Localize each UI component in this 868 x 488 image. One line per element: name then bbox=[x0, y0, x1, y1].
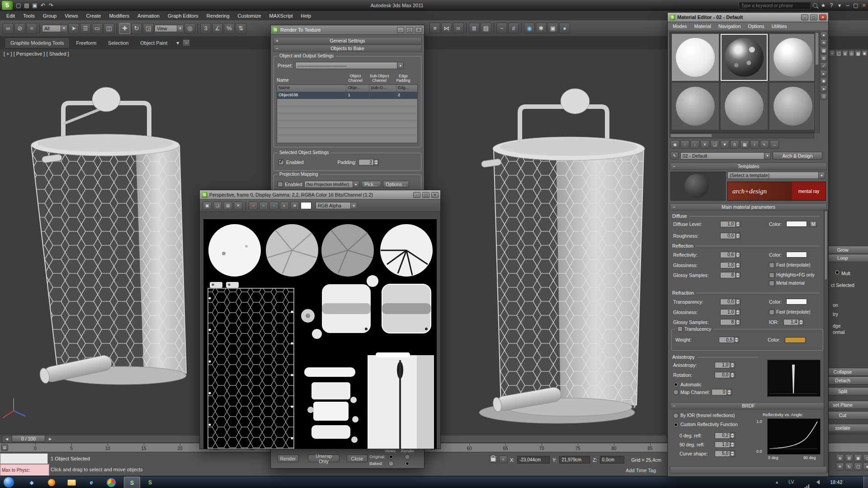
selection-filter-dropdown[interactable]: All▾ bbox=[42, 25, 67, 32]
display-tab-icon[interactable]: ▦ bbox=[855, 50, 861, 57]
transparency-spinner[interactable]: 0,0 bbox=[720, 299, 741, 305]
refraction-color-swatch[interactable] bbox=[786, 299, 807, 305]
projection-modifier-dropdown[interactable]: (No Projection Modifier)▾ bbox=[304, 181, 359, 188]
original-views-radio[interactable] bbox=[388, 454, 394, 460]
me-menu-item[interactable]: Modes bbox=[670, 23, 690, 29]
header-object-channel[interactable]: Obje... bbox=[346, 85, 369, 92]
layer-manager-icon[interactable]: ≣ bbox=[469, 23, 480, 33]
detach-button[interactable]: Detach bbox=[828, 376, 868, 385]
curve-editor-icon[interactable]: ~ bbox=[496, 23, 507, 33]
menu-item[interactable]: Views bbox=[61, 12, 81, 19]
create-tab-icon[interactable]: + bbox=[829, 50, 835, 57]
frame-window-titlebar[interactable]: S Perspective, frame 0, Display Gamma: 2… bbox=[200, 190, 440, 200]
reflection-glossiness-spinner[interactable]: 1,0 bbox=[720, 262, 741, 268]
selection-lock-icon[interactable] bbox=[489, 455, 497, 463]
language-indicator[interactable]: LV bbox=[788, 479, 794, 484]
grow-button[interactable]: Grow bbox=[828, 246, 868, 254]
material-name-dropdown[interactable]: 02 - Default▾ bbox=[680, 152, 771, 160]
sample-h-scrollbar[interactable] bbox=[670, 133, 814, 138]
isolate-icon[interactable]: ● bbox=[863, 463, 868, 470]
maximize-viewport-icon[interactable]: ▢ bbox=[854, 463, 862, 470]
start-button[interactable] bbox=[4, 477, 14, 488]
padding-spinner[interactable]: 2 bbox=[359, 159, 379, 165]
main-params-rollout[interactable]: −Main material parameters bbox=[670, 203, 827, 211]
zoom-all-icon[interactable]: ⊞ bbox=[845, 454, 853, 462]
window-close-button[interactable]: ✕ bbox=[860, 1, 868, 9]
go-to-sibling-icon[interactable]: → bbox=[770, 140, 779, 149]
frame-minimize-button[interactable]: – bbox=[413, 192, 420, 198]
video-color-check-icon[interactable]: ✓ bbox=[820, 62, 827, 69]
table-row-selected[interactable]: Object038 1 2 bbox=[277, 92, 417, 99]
reset-plane-button[interactable]: set Plane bbox=[828, 401, 868, 409]
material-type-button[interactable]: Arch & Design bbox=[773, 152, 822, 160]
unlink-selection-icon[interactable]: ⊘ bbox=[14, 23, 25, 34]
viewport-label[interactable]: [ + ] [ Perspective ] [ Shaded ] bbox=[4, 51, 69, 56]
speaker-icon[interactable] bbox=[816, 480, 820, 484]
refraction-glossiness-spinner[interactable]: 1,0 bbox=[720, 309, 741, 315]
baked-render-radio[interactable] bbox=[405, 461, 410, 466]
rtt-titlebar[interactable]: S Render To Texture – ▢ ✕ bbox=[271, 25, 424, 35]
background-icon[interactable]: ▦ bbox=[820, 47, 827, 54]
baked-views-radio[interactable] bbox=[388, 461, 394, 466]
tessellate-button[interactable]: sselate bbox=[828, 424, 868, 432]
ribbon-state-icon[interactable]: − bbox=[183, 39, 190, 46]
search-icon[interactable] bbox=[811, 1, 819, 9]
params-scrollbar[interactable] bbox=[824, 210, 828, 473]
reflection-color-swatch[interactable] bbox=[786, 252, 807, 258]
search-input[interactable] bbox=[739, 2, 811, 9]
make-preview-icon[interactable]: ▸ bbox=[820, 70, 827, 77]
translucency-weight-spinner[interactable]: 0,5 bbox=[719, 337, 739, 343]
unwrap-only-button[interactable]: Unwrap Only bbox=[308, 455, 340, 462]
highlights-fg-checkbox[interactable] bbox=[769, 272, 774, 278]
diffuse-level-spinner[interactable]: 1,0 bbox=[720, 221, 741, 227]
rtt-close-button[interactable]: ✕ bbox=[415, 27, 422, 33]
pick-button[interactable]: Pick... bbox=[361, 181, 381, 188]
ribbon-toggle-icon[interactable]: ▤ bbox=[481, 23, 491, 33]
table-row-empty[interactable] bbox=[277, 99, 417, 106]
by-ior-radio[interactable] bbox=[673, 413, 679, 418]
reference-coordsys-dropdown[interactable]: View▾ bbox=[155, 25, 184, 32]
maxscript-mini-listener[interactable]: Max to Physc: bbox=[0, 464, 49, 476]
sample-v-scrollbar[interactable] bbox=[814, 32, 820, 133]
utilities-tab-icon[interactable]: ✱ bbox=[862, 50, 868, 57]
hierarchy-tab-icon[interactable]: ≣ bbox=[842, 50, 848, 57]
map-channel-radio[interactable] bbox=[673, 389, 679, 395]
select-and-move-icon[interactable]: ✚ bbox=[119, 23, 130, 34]
curve-shape-spinner[interactable]: 5,0 bbox=[715, 450, 735, 457]
sample-type-icon[interactable]: ● bbox=[820, 32, 827, 38]
rectangular-selection-region-icon[interactable]: ▭ bbox=[92, 23, 103, 34]
menu-item[interactable]: Modifiers bbox=[105, 12, 133, 19]
original-render-radio[interactable] bbox=[405, 454, 410, 460]
custom-reflectivity-radio[interactable] bbox=[673, 422, 679, 427]
taskbar-clock[interactable]: 18:42 bbox=[830, 479, 843, 485]
map-channel-spinner[interactable]: 0 bbox=[712, 389, 732, 395]
select-and-link-icon[interactable]: ∞ bbox=[3, 23, 14, 34]
tab-selection[interactable]: Selection bbox=[103, 38, 134, 48]
menu-item[interactable]: Graph Editors bbox=[164, 12, 202, 19]
menu-item[interactable]: Help bbox=[297, 12, 315, 19]
bake-objects-table[interactable]: Name Obje... Sub-O... Edg... Object038 1… bbox=[277, 84, 418, 143]
anisotropy-spinner[interactable]: 1,0 bbox=[715, 362, 735, 368]
backlight-icon[interactable]: ☀ bbox=[820, 39, 827, 46]
y-coordinate-field[interactable]: 21,979cm bbox=[559, 456, 590, 464]
percent-snap-icon[interactable]: % bbox=[224, 23, 235, 34]
material-map-navigator-icon[interactable]: ☰ bbox=[820, 93, 827, 100]
material-id-icon[interactable]: 0 bbox=[730, 140, 739, 149]
3dsmax-taskbar-icon[interactable]: S bbox=[144, 477, 156, 488]
monochrome-icon[interactable]: ◐ bbox=[280, 202, 289, 210]
table-row-empty[interactable] bbox=[277, 121, 417, 128]
angle-snap-icon[interactable]: ∠ bbox=[212, 23, 223, 34]
blue-channel-icon[interactable]: ● bbox=[269, 202, 278, 210]
open-file-icon[interactable]: ▤ bbox=[23, 1, 31, 9]
projection-enabled-checkbox[interactable] bbox=[278, 182, 283, 187]
me-menu-item[interactable]: Material bbox=[691, 23, 714, 29]
select-by-name-icon[interactable]: ☰ bbox=[80, 23, 91, 34]
rtt-maximize-button[interactable]: ▢ bbox=[406, 27, 413, 33]
me-maximize-button[interactable]: ▢ bbox=[810, 14, 817, 20]
put-to-scene-icon[interactable]: ↑ bbox=[680, 140, 689, 149]
frame-forward-icon[interactable]: ▸ bbox=[46, 435, 54, 443]
assign-to-selection-icon[interactable]: ↓ bbox=[690, 140, 699, 149]
diffuse-color-swatch[interactable] bbox=[786, 221, 807, 227]
collapse-button[interactable]: Collapse bbox=[828, 368, 868, 376]
table-row-empty[interactable] bbox=[277, 128, 417, 135]
